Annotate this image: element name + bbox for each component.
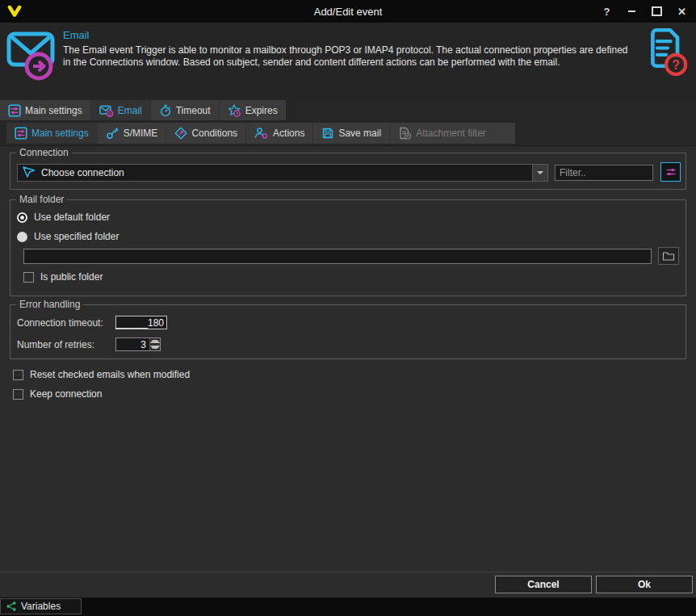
- tab-label: Main settings: [31, 128, 89, 139]
- variables-button[interactable]: Variables: [0, 598, 82, 614]
- tab-label: Attachment filter: [416, 128, 486, 139]
- tab-label: Save mail: [338, 128, 381, 139]
- svg-text:?: ?: [672, 58, 680, 72]
- mask-prompt: ______: [115, 317, 148, 329]
- main-settings-panel: Connection Choose connection Mail folder: [0, 145, 696, 597]
- key-icon: [106, 127, 119, 140]
- attachment-filter-icon: [398, 127, 412, 140]
- folder-path-input[interactable]: [23, 249, 652, 264]
- tab-email-attachment-filter: Attachment filter: [390, 123, 494, 144]
- tab-event-expires[interactable]: Expires: [220, 100, 286, 120]
- sliders-icon: [8, 104, 21, 117]
- event-tab-bar: Main settings @ Email Timeout Expires: [0, 100, 286, 120]
- connection-selected-value: Choose connection: [41, 167, 532, 178]
- tab-label: S/MIME: [124, 128, 158, 139]
- chevron-down-icon: [537, 171, 543, 174]
- tab-label: Actions: [273, 128, 304, 139]
- window-title: Add/Edit event: [0, 6, 696, 18]
- keep-connection-checkbox[interactable]: Keep connection: [13, 388, 102, 400]
- radio-label: Use specified folder: [34, 231, 119, 242]
- tab-label: Timeout: [176, 105, 211, 116]
- maximize-button[interactable]: [644, 0, 669, 23]
- maximize-icon: [652, 6, 662, 16]
- checkbox-icon: [23, 272, 34, 283]
- tab-label: Expires: [245, 105, 278, 116]
- checkbox-icon: [13, 370, 23, 380]
- variables-label: Variables: [21, 601, 61, 612]
- titlebar: Add/Edit event ? ✕: [0, 0, 696, 23]
- minimize-icon: [628, 10, 635, 12]
- connection-pointer-icon: [22, 165, 36, 181]
- svg-text:@: @: [107, 110, 112, 116]
- reset-checked-emails-checkbox[interactable]: Reset checked emails when modified: [13, 369, 190, 380]
- checkbox-label: Reset checked emails when modified: [30, 369, 190, 380]
- event-description: The Email event Trigger is able to monit…: [63, 44, 630, 68]
- checkbox-icon: [13, 389, 23, 400]
- radio-unselected-icon: [17, 232, 27, 242]
- floppy-icon: [321, 127, 334, 140]
- spin-up-button[interactable]: [150, 338, 160, 345]
- folder-icon: [662, 250, 675, 262]
- spin-down-button[interactable]: [150, 345, 160, 351]
- connection-dropdown-arrow[interactable]: [532, 165, 547, 181]
- document-question-icon: ?: [646, 26, 688, 83]
- tab-event-main-settings[interactable]: Main settings: [0, 100, 91, 120]
- tab-label: Conditions: [191, 128, 237, 139]
- sliders-icon: [15, 127, 27, 140]
- variables-share-icon: [6, 601, 17, 612]
- connection-timeout-field[interactable]: ______180: [115, 316, 167, 329]
- spin-up-icon: [150, 340, 160, 343]
- email-trigger-icon: [6, 27, 55, 85]
- footer-divider: [0, 572, 696, 572]
- checkbox-label: Keep connection: [30, 388, 102, 400]
- use-specified-folder-radio[interactable]: Use specified folder: [17, 231, 119, 242]
- retries-value: 3: [116, 338, 149, 350]
- spin-down-icon: [150, 346, 160, 349]
- star-clock-icon: [228, 104, 241, 117]
- mail-folder-group: Mail folder Use default folder Use speci…: [10, 199, 686, 296]
- error-handling-group: Error handling Connection timeout: _____…: [10, 304, 686, 359]
- radio-label: Use default folder: [34, 212, 110, 223]
- tab-email-conditions[interactable]: Conditions: [166, 123, 246, 144]
- radio-selected-icon: [17, 212, 27, 223]
- connection-timeout-label: Connection timeout:: [17, 317, 103, 329]
- email-subtab-bar: Main settings S/MIME Conditions: [6, 123, 515, 144]
- group-label: Mail folder: [16, 194, 67, 205]
- tab-email-actions[interactable]: Actions: [246, 123, 313, 144]
- envelope-at-icon: @: [99, 104, 114, 117]
- connection-dropdown[interactable]: Choose connection: [17, 164, 548, 182]
- tab-email-main-settings[interactable]: Main settings: [6, 123, 98, 144]
- help-button[interactable]: ?: [594, 0, 619, 23]
- retries-spinner[interactable]: 3: [115, 337, 161, 351]
- connection-group: Connection Choose connection: [10, 153, 686, 190]
- close-button[interactable]: ✕: [669, 0, 694, 23]
- tab-event-timeout[interactable]: Timeout: [151, 100, 220, 120]
- number-of-retries-label: Number of retries:: [17, 339, 94, 350]
- checkbox-label: Is public folder: [40, 271, 103, 283]
- event-type-title: Email: [63, 29, 90, 41]
- sliders-icon: [665, 166, 677, 178]
- tab-label: Main settings: [25, 105, 82, 116]
- browse-folder-button[interactable]: [658, 247, 679, 265]
- use-default-folder-radio[interactable]: Use default folder: [17, 212, 110, 223]
- header: Email The Email event Trigger is able to…: [0, 23, 696, 98]
- timeout-value: 180: [148, 317, 164, 329]
- group-label: Error handling: [16, 299, 83, 310]
- person-gear-icon: [254, 127, 269, 140]
- minimize-button[interactable]: [619, 0, 644, 23]
- diamond-icon: [174, 127, 187, 140]
- tab-label: Email: [118, 105, 142, 116]
- connection-filter-input[interactable]: [555, 165, 653, 181]
- tab-email-smime[interactable]: S/MIME: [98, 123, 167, 144]
- group-label: Connection: [16, 147, 72, 158]
- connection-settings-button[interactable]: [660, 162, 681, 182]
- statusbar: Variables: [0, 597, 696, 616]
- is-public-folder-checkbox[interactable]: Is public folder: [23, 271, 103, 283]
- cancel-button[interactable]: Cancel: [495, 576, 592, 593]
- ok-button[interactable]: Ok: [596, 576, 693, 593]
- stopwatch-icon: [159, 104, 172, 117]
- tab-event-email[interactable]: @ Email: [91, 100, 151, 120]
- tab-email-save-mail[interactable]: Save mail: [313, 123, 390, 144]
